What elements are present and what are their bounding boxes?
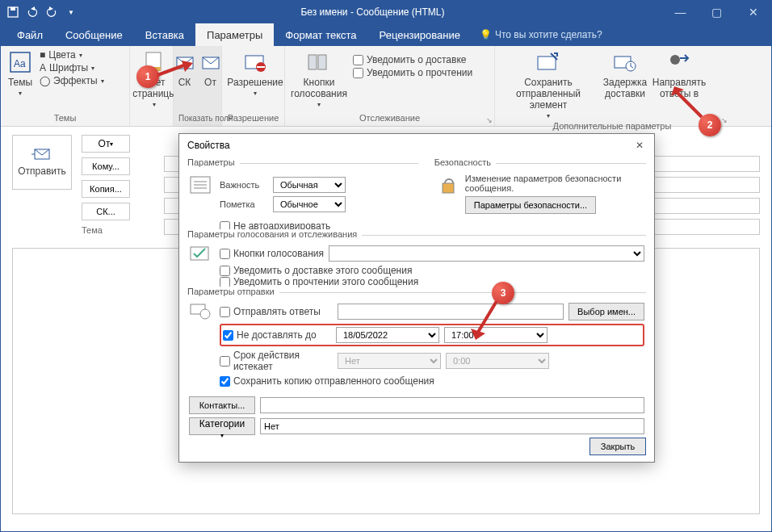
group-themes: Aa Темы▾ ■ Цвета ▾ A Шрифты ▾ ◯ Эффекты …	[1, 46, 130, 126]
expires-date-select: Нет	[338, 353, 441, 369]
colors-button[interactable]: ■ Цвета ▾	[40, 49, 104, 61]
from-label: От	[204, 77, 216, 88]
delivery-receipt-checkbox[interactable]: Уведомить о доставке	[353, 54, 472, 65]
expires-checkbox[interactable]: Срок действия истекает	[220, 350, 333, 372]
tab-options[interactable]: Параметры	[195, 23, 274, 46]
callout-2-label: 2	[707, 119, 713, 131]
callout-1: 1	[136, 65, 159, 88]
ribbon-tabs: Файл Сообщение Вставка Параметры Формат …	[1, 23, 771, 46]
delay-delivery-button[interactable]: Задержка доставки	[602, 49, 648, 99]
dialog-read-receipt[interactable]: Уведомить о прочтении этого сообщения	[220, 276, 644, 287]
close-button[interactable]: ✕	[735, 1, 771, 23]
delay-highlight: Не доставлять до 18/05/2022 17:00	[220, 324, 644, 346]
select-names-button[interactable]: Выбор имен...	[569, 303, 644, 320]
tab-review[interactable]: Рецензирование	[368, 23, 472, 46]
subject-label: Тема	[82, 225, 130, 235]
from-icon	[198, 49, 224, 75]
svg-point-16	[670, 55, 680, 65]
undo-icon[interactable]	[23, 3, 41, 21]
group-tracking: Кнопки голосования▾ Уведомить о доставке…	[285, 46, 495, 126]
dialog-delivery-receipt[interactable]: Уведомить о доставке этого сообщения	[220, 265, 644, 276]
tracking-dialog-launcher[interactable]: ↘	[486, 116, 493, 124]
expires-time-select: 0:00	[446, 353, 549, 369]
group-label-tracking: Отслеживание	[290, 111, 489, 123]
fonts-button[interactable]: A Шрифты ▾	[40, 62, 104, 73]
permission-button[interactable]: Разрешение▾	[227, 49, 283, 97]
categories-input[interactable]	[260, 418, 644, 434]
svg-rect-10	[257, 66, 265, 68]
dialog-close-button[interactable]: ✕	[630, 136, 649, 155]
security-icon	[436, 174, 459, 214]
dialog-read-label: Уведомить о прочтении этого сообщения	[233, 276, 418, 287]
voting-icon	[306, 49, 332, 75]
save-copy-label: Сохранить копию отправленного сообщения	[233, 375, 434, 387]
reply-to-input[interactable]	[338, 304, 564, 320]
send-label: Отправить	[18, 165, 66, 177]
from-field-label: От	[99, 138, 111, 149]
categories-label: Категории	[199, 418, 245, 429]
reply-to-checkbox[interactable]: Отправлять ответы	[220, 306, 333, 317]
importance-select[interactable]: Обычная	[273, 177, 346, 193]
tab-file[interactable]: Файл	[6, 23, 54, 46]
lightbulb-icon: 💡	[480, 29, 492, 40]
callout-1-label: 1	[145, 71, 151, 82]
save-sent-icon	[535, 49, 561, 75]
from-field-button[interactable]: От ▾	[82, 135, 130, 153]
tab-insert[interactable]: Вставка	[134, 23, 195, 46]
delay-date-select[interactable]: 18/05/2022	[336, 327, 439, 343]
sensitivity-select[interactable]: Обычное	[273, 196, 346, 212]
fieldset-voting: Параметры голосования и отслеживания	[187, 229, 362, 239]
quick-access-toolbar: ▼	[1, 3, 83, 21]
contacts-button[interactable]: Контакты...	[189, 396, 255, 414]
arrow-1	[157, 61, 198, 85]
tab-format[interactable]: Формат текста	[274, 23, 367, 46]
window-titlebar: ▼ Без имени - Сообщение (HTML) — ▢ ✕	[1, 1, 771, 23]
themes-label: Темы	[8, 77, 32, 88]
dialog-title-text: Свойства	[187, 140, 230, 151]
save-sent-button[interactable]: Сохранить отправленный элемент▾	[500, 49, 597, 119]
svg-rect-12	[318, 55, 326, 69]
cc-field-button[interactable]: Копия...	[82, 180, 130, 198]
group-label-themes: Темы	[6, 111, 124, 123]
from-button[interactable]: От	[200, 49, 221, 88]
group-label-showfields: Показать поля	[178, 112, 216, 123]
redo-icon[interactable]	[43, 3, 61, 21]
themes-button[interactable]: Aa Темы▾	[6, 49, 35, 97]
svg-rect-13	[538, 57, 556, 69]
tell-me-search[interactable]: 💡 Что вы хотите сделать?	[480, 23, 602, 46]
security-text: Изменение параметров безопасности сообще…	[465, 174, 644, 193]
dialog-close-ok-button[interactable]: Закрыть	[589, 438, 646, 455]
send-button[interactable]: Отправить	[12, 135, 72, 190]
reply-to-label: Отправлять ответы	[233, 306, 321, 317]
tab-message[interactable]: Сообщение	[54, 23, 134, 46]
fieldset-params: Параметры	[187, 157, 240, 167]
effects-button[interactable]: ◯ Эффекты ▾	[40, 75, 104, 86]
contacts-input[interactable]	[260, 397, 644, 413]
callout-3-label: 3	[501, 287, 506, 299]
maximize-button[interactable]: ▢	[699, 1, 735, 23]
ribbon: Aa Темы▾ ■ Цвета ▾ A Шрифты ▾ ◯ Эффекты …	[1, 46, 771, 127]
save-icon[interactable]	[4, 3, 22, 21]
bcc-field-button[interactable]: СК...	[82, 203, 130, 220]
to-field-button[interactable]: Кому...	[82, 157, 130, 175]
read-receipt-checkbox[interactable]: Уведомить о прочтении	[353, 67, 472, 78]
voting-buttons-checkbox[interactable]: Кнопки голосования	[220, 248, 324, 259]
group-show-fields: СК От Показать поля	[174, 46, 222, 126]
voting-options-select[interactable]	[329, 245, 644, 262]
categories-button[interactable]: Категории ▾	[189, 417, 255, 435]
fieldset-delivery: Параметры отправки	[187, 287, 279, 296]
svg-rect-1	[10, 7, 15, 10]
qat-dropdown-icon[interactable]: ▼	[62, 3, 80, 21]
svg-text:Aa: Aa	[14, 58, 26, 69]
save-copy-checkbox[interactable]: Сохранить копию отправленного сообщения	[220, 375, 644, 387]
save-sent-label: Сохранить отправленный элемент	[500, 77, 597, 111]
delay-until-checkbox[interactable]: Не доставлять до	[223, 329, 331, 341]
svg-rect-11	[308, 55, 317, 69]
svg-rect-22	[443, 183, 454, 193]
window-controls: — ▢ ✕	[662, 1, 771, 23]
voting-buttons[interactable]: Кнопки голосования▾	[290, 49, 348, 108]
minimize-button[interactable]: —	[662, 1, 699, 23]
security-settings-button[interactable]: Параметры безопасности...	[465, 196, 596, 214]
more-dialog-launcher[interactable]: ↘	[721, 116, 728, 124]
read-receipt-label: Уведомить о прочтении	[367, 67, 472, 78]
